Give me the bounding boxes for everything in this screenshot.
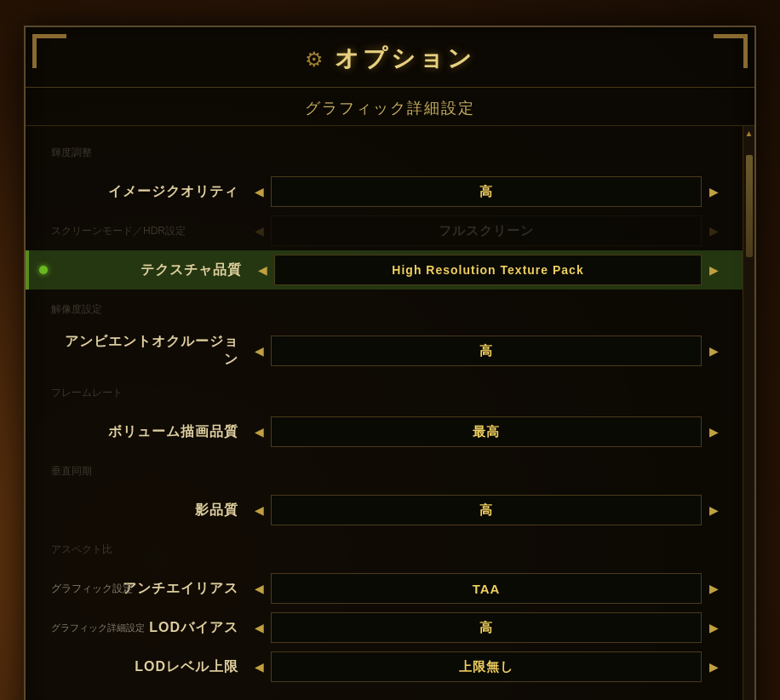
settings-list: 輝度調整 イメージクオリティ ◀ 高 ▶ スクリーンモード／HDR設定 ◀ フル… xyxy=(26,126,743,700)
ambient-occlusion-label: アンビエントオクルージョン xyxy=(51,333,247,369)
lod-level-label: LODレベル上限 xyxy=(51,658,247,676)
anti-aliasing-left-arrow[interactable]: ◀ xyxy=(247,573,271,604)
image-quality-label: イメージクオリティ xyxy=(51,183,247,201)
ambient-occlusion-control: ◀ 高 ▶ xyxy=(247,336,726,366)
settings-area: 輝度調整 イメージクオリティ ◀ 高 ▶ スクリーンモード／HDR設定 ◀ フル… xyxy=(26,126,754,700)
options-dialog: ⚙ オプション グラフィック詳細設定 輝度調整 イメージクオリティ ◀ 高 ▶ … xyxy=(24,26,756,700)
lod-level-value: 上限無し xyxy=(271,651,702,682)
corner-decoration-tl xyxy=(32,34,66,68)
screen-mode-left-arrow[interactable]: ◀ xyxy=(247,215,271,246)
image-quality-row: イメージクオリティ ◀ 高 ▶ xyxy=(26,172,743,211)
ambient-occlusion-row: アンビエントオクルージョン ◀ 高 ▶ xyxy=(26,329,743,373)
lod-bias-control: ◀ 高 ▶ xyxy=(247,612,726,643)
scrollbar: ▲ ▼ xyxy=(743,126,754,700)
ambient-occlusion-right-arrow[interactable]: ▶ xyxy=(702,336,726,366)
volume-quality-row: ボリューム描画品質 ◀ 最高 ▶ xyxy=(26,412,743,451)
shadow-quality-right-arrow[interactable]: ▶ xyxy=(702,495,726,525)
lod-bias-row: グラフィック詳細設定 LODバイアス ◀ 高 ▶ xyxy=(26,608,743,647)
volume-quality-value: 最高 xyxy=(271,416,702,447)
screen-mode-side-label: スクリーンモード／HDR設定 xyxy=(51,224,186,238)
lod-bias-side-label: グラフィック詳細設定 xyxy=(51,622,145,634)
vsync-header-row: 垂直同期 xyxy=(26,451,743,491)
texture-quality-value: High Resolution Texture Pack xyxy=(274,255,702,285)
volume-quality-right-arrow[interactable]: ▶ xyxy=(702,416,726,447)
aspect-header-row: アスペクト比 xyxy=(26,530,743,569)
ambient-occlusion-value: 高 xyxy=(271,336,702,366)
image-quality-value: 高 xyxy=(271,176,702,207)
framerate-header-row: フレームレート xyxy=(26,373,743,412)
volume-quality-control: ◀ 最高 ▶ xyxy=(247,416,726,447)
scrollbar-up-arrow[interactable]: ▲ xyxy=(745,129,754,138)
shadow-quality-left-arrow[interactable]: ◀ xyxy=(247,495,271,525)
lod-bias-value: 高 xyxy=(271,612,702,643)
lod-bias-right-arrow[interactable]: ▶ xyxy=(702,612,726,643)
shadow-quality-row: 影品質 ◀ 高 ▶ xyxy=(26,491,743,530)
corner-decoration-tr xyxy=(714,34,748,68)
section-header: グラフィック詳細設定 xyxy=(26,88,754,126)
anti-aliasing-right-arrow[interactable]: ▶ xyxy=(702,573,726,604)
image-quality-right-arrow[interactable]: ▶ xyxy=(702,176,726,207)
framerate-side-label: フレームレート xyxy=(51,386,123,400)
brightness-header-row: 輝度調整 xyxy=(26,133,743,172)
highlight-dot xyxy=(39,266,48,274)
scrollbar-thumb[interactable] xyxy=(746,155,753,257)
texture-quality-control: ◀ High Resolution Texture Pack ▶ xyxy=(250,255,726,285)
lod-level-control: ◀ 上限無し ▶ xyxy=(247,651,726,682)
screen-mode-faded-control: ◀ フルスクリーン ▶ xyxy=(247,215,726,246)
texture-quality-right-arrow[interactable]: ▶ xyxy=(702,255,726,285)
ambient-occlusion-left-arrow[interactable]: ◀ xyxy=(247,336,271,366)
anti-aliasing-control: ◀ TAA ▶ xyxy=(247,573,726,604)
title-bar: ⚙ オプション xyxy=(26,27,754,88)
dialog-title: オプション xyxy=(335,45,475,72)
brightness-side-label: 輝度調整 xyxy=(51,146,92,160)
vram-faded-row: 使用グラフィックスメモリ 4.42 GB / 7.84 GB xyxy=(26,686,743,700)
screen-mode-header-row: スクリーンモード／HDR設定 ◀ フルスクリーン ▶ xyxy=(26,211,743,250)
image-quality-left-arrow[interactable]: ◀ xyxy=(247,176,271,207)
anti-aliasing-row: グラフィック設定 アンチエイリアス ◀ TAA ▶ xyxy=(26,569,743,608)
texture-quality-row: テクスチャ品質 ◀ High Resolution Texture Pack ▶ xyxy=(26,250,743,290)
image-quality-control: ◀ 高 ▶ xyxy=(247,176,726,207)
lod-bias-left-arrow[interactable]: ◀ xyxy=(247,612,271,643)
screen-mode-faded-value: フルスクリーン xyxy=(271,215,702,246)
shadow-quality-control: ◀ 高 ▶ xyxy=(247,495,726,525)
lod-level-right-arrow[interactable]: ▶ xyxy=(702,651,726,682)
screen-mode-right-arrow[interactable]: ▶ xyxy=(702,215,726,246)
shadow-quality-value: 高 xyxy=(271,495,702,525)
lod-level-left-arrow[interactable]: ◀ xyxy=(247,651,271,682)
resolution-side-label: 解像度設定 xyxy=(51,302,102,317)
volume-quality-label: ボリューム描画品質 xyxy=(51,423,247,441)
texture-quality-label: テクスチャ品質 xyxy=(54,261,250,279)
aspect-side-label: アスペクト比 xyxy=(51,542,112,557)
vsync-side-label: 垂直同期 xyxy=(51,464,92,479)
gear-icon: ⚙ xyxy=(305,48,324,72)
texture-quality-left-arrow[interactable]: ◀ xyxy=(250,255,274,285)
anti-aliasing-value: TAA xyxy=(271,573,702,604)
shadow-quality-label: 影品質 xyxy=(51,502,247,519)
volume-quality-left-arrow[interactable]: ◀ xyxy=(247,416,271,447)
anti-aliasing-side-label: グラフィック設定 xyxy=(51,582,133,596)
resolution-header-row: 解像度設定 xyxy=(26,290,743,329)
lod-level-row: LODレベル上限 ◀ 上限無し ▶ xyxy=(26,647,743,686)
